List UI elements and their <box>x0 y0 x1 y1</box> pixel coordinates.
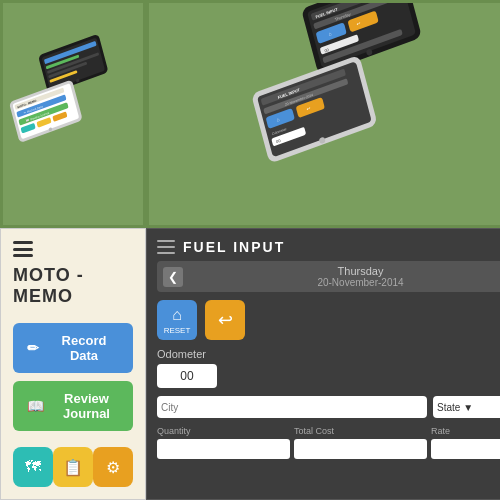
fi-day: Thursday <box>183 265 500 277</box>
col-quantity: Quantity <box>157 426 290 436</box>
reset-label: RESET <box>164 326 191 335</box>
iso-phones-left: MOTO - MEMO ✏ Record Data 📖 Review Journ… <box>3 0 143 228</box>
fi-date-info: Thursday 20-November-2014 <box>183 265 500 288</box>
menu-icon[interactable] <box>13 241 33 257</box>
top-left-panel: MOTO - MEMO ✏ Record Data 📖 Review Journ… <box>0 0 146 228</box>
city-input[interactable] <box>157 396 427 418</box>
fi-date-nav: ❮ Thursday 20-November-2014 ❯ <box>157 261 500 292</box>
fi-table-row <box>157 439 500 459</box>
mm-bottom-icons: 🗺 📋 ⚙ <box>13 439 133 487</box>
settings-button[interactable]: ⚙ <box>93 447 133 487</box>
record-data-label: Record Data <box>49 333 119 363</box>
col-rate: Rate <box>431 426 500 436</box>
odometer-input[interactable] <box>157 364 217 388</box>
prev-date-button[interactable]: ❮ <box>163 267 183 287</box>
top-right-panel: FUEL INPUT Thursday ⌂ ↩ 00 FUEL INPUT 20… <box>146 0 500 228</box>
pencil-icon: ✏ <box>27 340 39 356</box>
state-select[interactable]: State ▼ ALAKAZ CACOFL <box>433 396 500 418</box>
fi-action-row: ⌂ RESET ↩ <box>157 300 500 340</box>
rate-input[interactable] <box>431 439 500 459</box>
fi-odometer-label: Odometer <box>157 348 500 360</box>
back-button[interactable]: ↩ <box>205 300 245 340</box>
review-journal-button[interactable]: 📖 Review Journal <box>13 381 133 431</box>
fuel-input-screen: FUEL INPUT ❮ Thursday 20-November-2014 ❯… <box>146 228 500 500</box>
fi-table-header: Quantity Total Cost Rate <box>157 426 500 436</box>
book-icon: 📖 <box>27 398 44 414</box>
mm-header <box>13 241 133 257</box>
mm-title: MOTO - MEMO <box>13 265 133 307</box>
record-data-button[interactable]: ✏ Record Data <box>13 323 133 373</box>
map-button[interactable]: 🗺 <box>13 447 53 487</box>
moto-memo-screen: MOTO - MEMO ✏ Record Data 📖 Review Journ… <box>0 228 146 500</box>
col-total-cost: Total Cost <box>294 426 427 436</box>
fi-menu-icon[interactable] <box>157 240 175 254</box>
back-icon: ↩ <box>218 309 233 331</box>
iso-phones-right: FUEL INPUT Thursday ⌂ ↩ 00 FUEL INPUT 20… <box>241 0 481 228</box>
clipboard-button[interactable]: 📋 <box>53 447 93 487</box>
quantity-input[interactable] <box>157 439 290 459</box>
fi-city-state-row: State ▼ ALAKAZ CACOFL <box>157 396 500 418</box>
total-cost-input[interactable] <box>294 439 427 459</box>
fi-title: FUEL INPUT <box>183 239 285 255</box>
review-journal-label: Review Journal <box>54 391 119 421</box>
fi-header: FUEL INPUT <box>157 239 500 255</box>
fi-date: 20-November-2014 <box>183 277 500 288</box>
main-grid: MOTO - MEMO ✏ Record Data 📖 Review Journ… <box>0 0 500 500</box>
home-reset-button[interactable]: ⌂ RESET <box>157 300 197 340</box>
home-icon: ⌂ <box>172 306 182 324</box>
